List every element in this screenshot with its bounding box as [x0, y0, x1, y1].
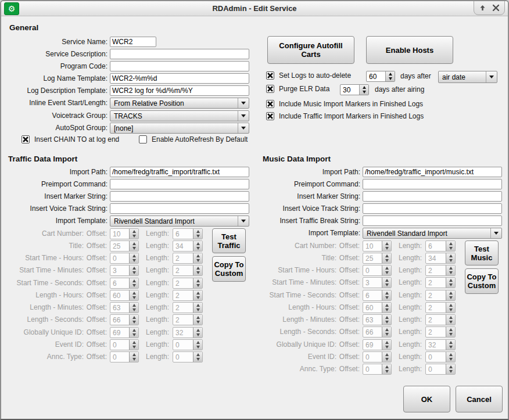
length-spinbox: 0 [425, 364, 456, 375]
auto-delete-checkbox[interactable] [266, 71, 274, 80]
shade-window-button[interactable] [478, 3, 488, 13]
enable-autorefresh-checkbox[interactable] [139, 135, 147, 143]
traffic-offset-row: Annc. Type: Offset: 0 Length: 0 [7, 351, 258, 362]
length-spinbox: 2 [425, 265, 456, 276]
close-window-button[interactable] [491, 3, 500, 13]
traffic-offset-row: Event ID: Offset: 0 Length: 0 [7, 339, 258, 350]
music-insert-traffic-break-row: Insert Traffic Break String: [260, 216, 509, 226]
offset-spinbox: 0 [363, 364, 392, 375]
enable-hosts-button[interactable]: Enable Hosts [366, 36, 453, 64]
traffic-offset-row: Length - Seconds: Offset: 66 Length: 2 [7, 314, 258, 325]
length-spinbox: 2 [425, 326, 456, 338]
spinner-buttons[interactable] [359, 85, 368, 95]
length-spinbox: 2 [173, 302, 203, 313]
offset-spinbox: 63 [110, 302, 139, 313]
chevron-down-icon [490, 228, 501, 238]
chevron-down-icon [238, 216, 249, 226]
length-spinbox: 2 [173, 314, 203, 325]
autospot-group-row: AutoSpot Group: [none] [7, 123, 258, 133]
purge-elr-days-spinbox[interactable]: 30 [340, 84, 369, 95]
length-spinbox: 2 [173, 278, 203, 289]
chevron-down-icon [486, 71, 497, 82]
traffic-import-path-row: Import Path: [7, 167, 258, 177]
length-spinbox: 34 [173, 240, 203, 252]
log-name-template-input[interactable] [110, 73, 249, 84]
traffic-preimport-command-input[interactable] [110, 179, 249, 189]
music-preimport-command-input[interactable] [363, 179, 502, 189]
log-description-template-row: Log Description Template: [7, 85, 258, 96]
traffic-markers-row: Include Traffic Import Markers in Finish… [263, 112, 507, 122]
field-label: Log Description Template: [7, 87, 107, 95]
offset-spinbox: 0 [363, 265, 392, 276]
length-spinbox: 2 [425, 302, 456, 313]
configure-autofill-carts-button[interactable]: Configure Autofill Carts [267, 36, 354, 64]
length-spinbox: 2 [173, 265, 203, 276]
cancel-button[interactable]: Cancel [456, 386, 503, 412]
length-spinbox: 34 [425, 253, 456, 264]
auto-delete-label: Set Logs to auto-delete [279, 71, 351, 80]
traffic-copy-to-custom-button[interactable]: Copy To Custom [212, 256, 246, 282]
offset-spinbox: 0 [110, 253, 139, 264]
music-import-template-row: Import Template: Rivendell Standard Impo… [260, 228, 509, 238]
service-description-input[interactable] [110, 49, 249, 59]
music-insert-traffic-break-input[interactable] [363, 216, 502, 226]
program-code-input[interactable] [110, 61, 249, 71]
length-spinbox: 2 [425, 277, 456, 288]
voicetrack-group-select[interactable]: TRACKS [110, 110, 249, 121]
traffic-preimport-row: Preimport Command: [7, 179, 258, 189]
offset-spinbox: 10 [363, 240, 392, 252]
offset-spinbox: 0 [363, 351, 392, 362]
traffic-insert-marker-row: Insert Marker String: [7, 191, 258, 202]
air-date-select[interactable]: air date [438, 71, 497, 83]
field-label: Insert Marker String: [7, 192, 107, 200]
include-music-markers-checkbox[interactable] [266, 100, 274, 108]
program-code-row: Program Code: [7, 61, 258, 71]
length-spinbox: 32 [173, 327, 203, 338]
auto-delete-row: Set Logs to auto-delete 60 days after ai… [263, 71, 507, 81]
traffic-offset-row: Length - Hours: Offset: 60 Length: 2 [7, 290, 258, 301]
spinner-buttons[interactable] [385, 71, 395, 81]
traffic-import-template-select[interactable]: Rivendell Standard Import [110, 216, 249, 227]
music-import-template-select[interactable]: Rivendell Standard Import [363, 228, 502, 239]
music-insert-marker-input[interactable] [363, 191, 502, 202]
field-label: Import Template: [260, 229, 360, 237]
chevron-down-icon [238, 98, 249, 108]
insert-chain-to-checkbox[interactable] [21, 135, 30, 143]
service-name-input[interactable] [110, 37, 156, 47]
field-label: Insert Traffic Break String: [260, 217, 360, 225]
traffic-insert-voicetrack-input[interactable] [110, 203, 249, 214]
music-insert-marker-row: Insert Marker String: [260, 191, 509, 202]
music-offset-row: Length - Minutes: Offset: 63 Length: 2 [260, 314, 509, 325]
days-after-airing-label: days after airing [375, 85, 424, 94]
general-checkbox-row: Insert CHAIN TO at log end Enable AutoRe… [7, 135, 258, 145]
test-music-button[interactable]: Test Music [465, 240, 499, 265]
offset-spinbox: 10 [110, 228, 139, 239]
offset-spinbox: 60 [363, 302, 392, 313]
field-label: Inline Event Start/Length: [7, 99, 107, 107]
log-description-template-input[interactable] [110, 85, 249, 96]
music-import-path-input[interactable] [363, 167, 502, 177]
test-traffic-button[interactable]: Test Traffic [212, 228, 246, 253]
ok-button[interactable]: OK [403, 386, 450, 412]
offset-spinbox: 63 [363, 314, 392, 325]
field-label: Insert Marker String: [260, 192, 360, 200]
include-traffic-markers-checkbox[interactable] [266, 112, 274, 120]
inline-event-start-length-select[interactable]: From Relative Position [110, 98, 249, 109]
music-insert-voicetrack-input[interactable] [363, 203, 502, 214]
length-spinbox: 32 [425, 339, 456, 350]
music-offset-row: Length - Seconds: Offset: 66 Length: 2 [260, 326, 509, 338]
include-music-markers-label: Include Music Import Markers in Finished… [279, 100, 423, 108]
length-spinbox: 2 [425, 290, 456, 301]
traffic-heading: Traffic Data Import [8, 155, 77, 163]
music-offset-row: Annc. Type: Offset: 0 Length: 0 [260, 364, 509, 375]
traffic-insert-marker-input[interactable] [110, 191, 249, 202]
auto-delete-days-spinbox[interactable]: 60 [366, 71, 395, 82]
autospot-group-select[interactable]: [none] [110, 123, 249, 134]
music-copy-to-custom-button[interactable]: Copy To Custom [465, 268, 499, 294]
purge-elr-row: Purge ELR Data 30 days after airing [263, 84, 507, 95]
purge-elr-checkbox[interactable] [266, 85, 274, 93]
music-import-path-row: Import Path: [260, 167, 509, 177]
music-heading: Music Data Import [263, 155, 331, 163]
field-label: Service Name: [7, 38, 107, 46]
traffic-import-path-input[interactable] [110, 167, 249, 177]
